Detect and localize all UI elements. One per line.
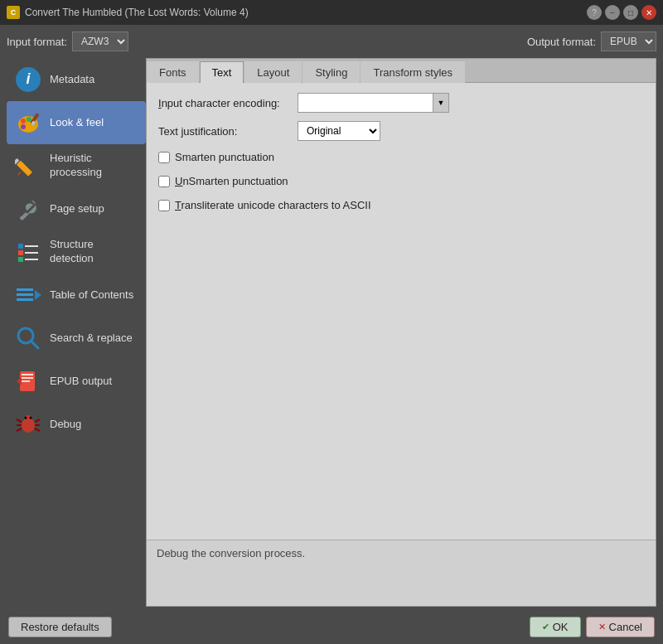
heuristic-label: Heuristic processing bbox=[50, 152, 139, 180]
sidebar-item-toc[interactable]: Table of Contents bbox=[7, 274, 146, 317]
sidebar-item-heuristic[interactable]: Heuristic processing bbox=[7, 144, 146, 187]
sidebar-item-epub[interactable]: EPUB output bbox=[7, 360, 146, 403]
cancel-button[interactable]: ✕ Cancel bbox=[586, 617, 655, 637]
app-icon: C bbox=[7, 6, 20, 19]
input-char-label: Input character encoding: bbox=[158, 97, 291, 109]
text-just-select[interactable]: Original Left align Right align Justify … bbox=[298, 121, 380, 141]
content-area: i Metadata bbox=[7, 58, 656, 607]
restore-defaults-button[interactable]: Restore defaults bbox=[8, 617, 112, 637]
output-format-group: Output format: EPUB bbox=[527, 31, 656, 51]
right-panel: Fonts Text Layout Styling Transform styl… bbox=[146, 58, 656, 607]
input-char-input[interactable] bbox=[298, 93, 433, 113]
page-setup-label: Page setup bbox=[50, 202, 104, 216]
output-format-label: Output format: bbox=[527, 36, 596, 48]
transliterate-row: Transliterate unicode characters to ASCI… bbox=[158, 197, 644, 213]
svg-rect-21 bbox=[17, 293, 33, 296]
svg-rect-28 bbox=[22, 377, 33, 379]
format-bar: Input format: AZW3 Output format: EPUB bbox=[7, 31, 656, 51]
unsmarten-checkbox[interactable] bbox=[158, 176, 170, 187]
main-window: Input format: AZW3 Output format: EPUB i bbox=[0, 25, 663, 644]
svg-rect-15 bbox=[25, 245, 38, 247]
svg-point-33 bbox=[25, 417, 27, 419]
page-setup-icon bbox=[13, 194, 43, 224]
output-format-select[interactable]: EPUB bbox=[601, 31, 656, 51]
svg-marker-30 bbox=[17, 377, 22, 385]
cancel-x-icon: ✕ bbox=[598, 622, 606, 632]
svg-line-25 bbox=[31, 341, 38, 348]
svg-rect-17 bbox=[25, 252, 38, 254]
cancel-label: Cancel bbox=[609, 621, 642, 633]
metadata-label: Metadata bbox=[50, 73, 94, 87]
svg-point-34 bbox=[30, 417, 32, 419]
search-icon bbox=[13, 323, 43, 353]
svg-marker-23 bbox=[35, 290, 41, 300]
svg-line-35 bbox=[17, 419, 22, 422]
text-just-row: Text justification: Original Left align … bbox=[158, 121, 644, 141]
sidebar-item-page-setup[interactable]: Page setup bbox=[7, 187, 146, 230]
look-feel-icon bbox=[13, 108, 43, 138]
svg-line-38 bbox=[35, 419, 40, 422]
tab-layout[interactable]: Layout bbox=[244, 61, 302, 83]
input-char-dropdown[interactable]: ▼ bbox=[433, 93, 449, 113]
svg-point-4 bbox=[21, 119, 26, 123]
tab-fonts[interactable]: Fonts bbox=[147, 61, 199, 83]
bottom-bar: Restore defaults ✔ OK ✕ Cancel bbox=[7, 613, 656, 637]
svg-rect-19 bbox=[25, 259, 38, 260]
ok-check-icon: ✔ bbox=[542, 622, 549, 632]
window-title: Convert The Humbled (The Lost Words: Vol… bbox=[25, 7, 249, 18]
svg-rect-14 bbox=[18, 244, 23, 249]
structure-icon bbox=[13, 237, 43, 267]
tabs-bar: Fonts Text Layout Styling Transform styl… bbox=[147, 59, 656, 83]
svg-point-7 bbox=[21, 124, 26, 129]
unsmarten-label: UnSmarten punctuation bbox=[175, 175, 288, 187]
epub-icon bbox=[13, 366, 43, 396]
maximize-button[interactable]: □ bbox=[623, 5, 638, 20]
sidebar-item-structure[interactable]: Structure detection bbox=[7, 230, 146, 274]
search-label: Search & replace bbox=[50, 332, 133, 346]
toc-icon bbox=[13, 280, 43, 310]
input-format-label: Input format: bbox=[7, 36, 67, 48]
tab-styling[interactable]: Styling bbox=[302, 61, 360, 83]
svg-rect-20 bbox=[17, 288, 33, 291]
debug-icon bbox=[13, 409, 43, 439]
status-text: Debug the conversion process. bbox=[157, 547, 305, 559]
smarten-row: Smarten punctuation bbox=[158, 149, 644, 165]
help-button[interactable]: ? bbox=[587, 5, 602, 20]
svg-line-40 bbox=[35, 429, 40, 431]
sidebar-item-search[interactable]: Search & replace bbox=[7, 317, 146, 360]
ok-button[interactable]: ✔ OK bbox=[530, 617, 581, 637]
svg-rect-18 bbox=[18, 257, 23, 262]
window-controls: ? − □ ✕ bbox=[587, 5, 656, 20]
svg-rect-22 bbox=[17, 298, 33, 301]
svg-marker-11 bbox=[18, 171, 22, 176]
bottom-right-buttons: ✔ OK ✕ Cancel bbox=[530, 617, 655, 637]
transliterate-checkbox[interactable] bbox=[158, 200, 170, 211]
status-bar: Debug the conversion process. bbox=[147, 540, 656, 606]
svg-point-13 bbox=[20, 216, 23, 220]
svg-rect-29 bbox=[22, 380, 30, 382]
tab-content-text: Input character encoding: ▼ Text justifi… bbox=[147, 83, 656, 540]
svg-point-5 bbox=[27, 117, 31, 122]
sidebar-item-look-feel[interactable]: Look & feel bbox=[7, 101, 146, 144]
input-format-select[interactable]: AZW3 bbox=[72, 31, 128, 51]
look-feel-label: Look & feel bbox=[50, 116, 104, 130]
toc-label: Table of Contents bbox=[50, 288, 133, 303]
epub-label: EPUB output bbox=[50, 375, 112, 389]
smarten-checkbox[interactable] bbox=[158, 152, 170, 163]
structure-label: Structure detection bbox=[50, 238, 139, 266]
ok-label: OK bbox=[553, 621, 569, 633]
title-bar-left: C Convert The Humbled (The Lost Words: V… bbox=[7, 6, 249, 19]
transliterate-label: Transliterate unicode characters to ASCI… bbox=[175, 199, 371, 211]
sidebar-item-metadata[interactable]: i Metadata bbox=[7, 58, 146, 101]
sidebar-item-debug[interactable]: Debug bbox=[7, 403, 146, 446]
tab-transform[interactable]: Transform styles bbox=[361, 61, 465, 83]
minimize-button[interactable]: − bbox=[605, 5, 620, 20]
heuristic-icon bbox=[13, 151, 43, 181]
metadata-icon: i bbox=[13, 65, 43, 94]
smarten-label: Smarten punctuation bbox=[175, 151, 274, 163]
svg-rect-16 bbox=[18, 250, 23, 255]
tab-text[interactable]: Text bbox=[200, 61, 244, 83]
close-button[interactable]: ✕ bbox=[641, 5, 656, 20]
input-char-row: Input character encoding: ▼ bbox=[158, 93, 644, 113]
svg-rect-27 bbox=[22, 374, 33, 375]
